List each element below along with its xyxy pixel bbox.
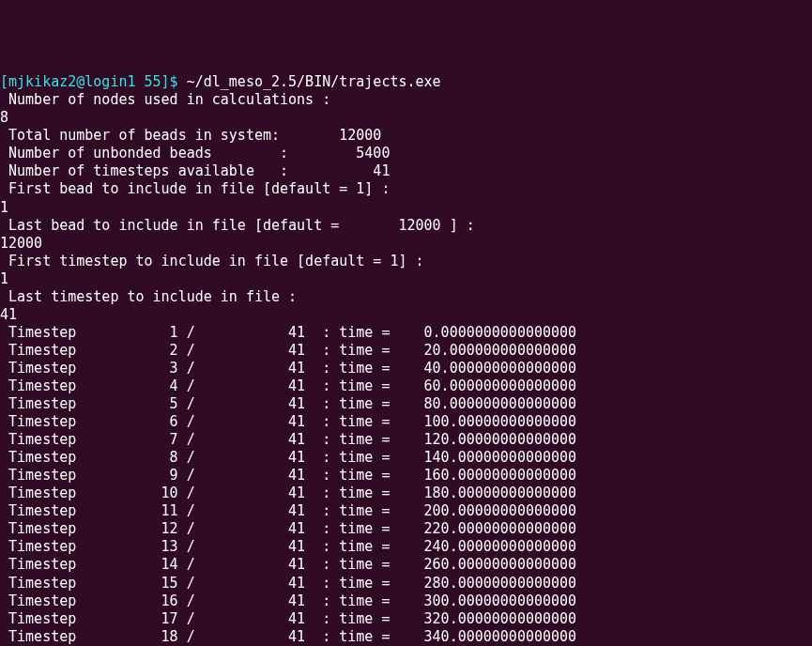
output-timesteps-avail: Number of timesteps available : 41 — [0, 162, 812, 180]
timestep-row: Timestep 3 / 41 : time = 40.000000000000… — [0, 360, 812, 377]
output-nodes-label: Number of nodes used in calculations : — [0, 91, 812, 109]
timestep-row: Timestep 9 / 41 : time = 160.00000000000… — [0, 467, 812, 484]
timestep-row: Timestep 5 / 41 : time = 80.000000000000… — [0, 395, 812, 413]
output-last-bead-prompt: Last bead to include in file [default = … — [0, 217, 812, 235]
output-last-bead-value: 12000 — [0, 235, 812, 253]
output-first-bead-prompt: First bead to include in file [default =… — [0, 180, 812, 198]
timestep-row: Timestep 10 / 41 : time = 180.0000000000… — [0, 484, 812, 502]
timestep-row: Timestep 11 / 41 : time = 200.0000000000… — [0, 502, 812, 520]
timestep-row: Timestep 17 / 41 : time = 320.0000000000… — [0, 610, 812, 628]
timestep-row: Timestep 4 / 41 : time = 60.000000000000… — [0, 377, 812, 395]
timestep-row: Timestep 16 / 41 : time = 300.0000000000… — [0, 592, 812, 610]
timestep-row: Timestep 15 / 41 : time = 280.0000000000… — [0, 575, 812, 592]
timestep-row: Timestep 14 / 41 : time = 260.0000000000… — [0, 556, 812, 574]
output-last-ts-prompt: Last timestep to include in file : — [0, 288, 812, 306]
timestep-row: Timestep 6 / 41 : time = 100.00000000000… — [0, 413, 812, 431]
prompt-user-host: [mjkikaz2@login1 55]$ — [0, 73, 178, 90]
prompt-command: ~/dl_meso_2.5/BIN/trajects.exe — [178, 73, 441, 90]
output-first-ts-value: 1 — [0, 270, 812, 288]
command-line: [mjkikaz2@login1 55]$ ~/dl_meso_2.5/BIN/… — [0, 73, 812, 91]
output-first-ts-prompt: First timestep to include in file [defau… — [0, 253, 812, 270]
timestep-row: Timestep 8 / 41 : time = 140.00000000000… — [0, 449, 812, 467]
output-first-bead-value: 1 — [0, 199, 812, 217]
output-last-ts-value: 41 — [0, 306, 812, 324]
timestep-row: Timestep 18 / 41 : time = 340.0000000000… — [0, 628, 812, 646]
output-unbonded-beads: Number of unbonded beads : 5400 — [0, 145, 812, 162]
terminal-output[interactable]: [mjkikaz2@login1 55]$ ~/dl_meso_2.5/BIN/… — [0, 73, 812, 646]
output-nodes-value: 8 — [0, 109, 812, 127]
output-total-beads: Total number of beads in system: 12000 — [0, 127, 812, 145]
timestep-row: Timestep 2 / 41 : time = 20.000000000000… — [0, 342, 812, 360]
timestep-row: Timestep 12 / 41 : time = 220.0000000000… — [0, 520, 812, 538]
timestep-row: Timestep 1 / 41 : time = 0.0000000000000… — [0, 324, 812, 342]
timestep-row: Timestep 13 / 41 : time = 240.0000000000… — [0, 538, 812, 556]
timestep-row: Timestep 7 / 41 : time = 120.00000000000… — [0, 431, 812, 449]
